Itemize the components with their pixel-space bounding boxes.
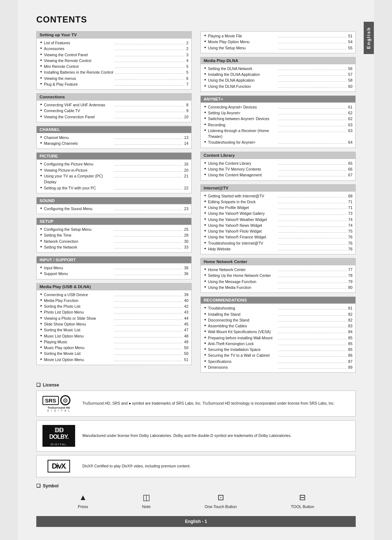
divx-logo: DivX. bbox=[42, 460, 75, 472]
toc-item: Input Menu36 bbox=[41, 265, 188, 271]
toc-item-label: Switching between Anynet+ Devices bbox=[205, 116, 277, 122]
toc-item-label: Getting Started with Internet@TV bbox=[205, 193, 277, 199]
toc-page-number: 78 bbox=[348, 273, 352, 278]
toc-dots bbox=[278, 209, 347, 209]
toc-page-number: 85 bbox=[348, 341, 352, 347]
toc-item-label: Listening through a Receiver (Home Theat… bbox=[205, 128, 277, 140]
toc-item: Using the Media Function80 bbox=[205, 285, 352, 290]
toc-page-number: 25 bbox=[184, 226, 188, 232]
toc-page-number: 13 bbox=[184, 135, 188, 140]
toc-item: Slide Show Option Menu45 bbox=[41, 321, 188, 327]
toc-page-number: 43 bbox=[184, 309, 188, 315]
toc-item-label: Connecting Cable TV bbox=[41, 108, 114, 114]
toc-dots bbox=[278, 244, 347, 245]
toc-item: Preparing before installing Wall-Mount85 bbox=[205, 335, 352, 341]
toc-item-label: Connecting Anynet+ Devices bbox=[205, 104, 277, 110]
toc-item: Viewing the menus6 bbox=[41, 75, 188, 81]
section-body-internet-tv: Getting Started with Internet@TV68Editin… bbox=[201, 192, 355, 254]
toc-page-number: 33 bbox=[184, 244, 188, 250]
toc-item-label: Anti-Theft Kensington Lock bbox=[205, 341, 277, 347]
toc-item: Movie Play Option Menu54 bbox=[205, 39, 352, 45]
toc-dots bbox=[114, 296, 183, 296]
section-body-setting-up: List of Features2Accessories2Viewing the… bbox=[37, 38, 191, 89]
toc-dots bbox=[115, 85, 185, 86]
toc-item: Recording63 bbox=[205, 122, 352, 128]
toc-item-label: Setting the DLNA Network bbox=[205, 66, 277, 71]
toc-item-label: Using your TV as a Computer (PC) Display bbox=[41, 173, 113, 185]
toc-item-label: Using the Yahoo® Finance Widget bbox=[205, 234, 277, 240]
toc-section-picture: PICTUREConfiguring the Picture Menu16Vie… bbox=[36, 152, 192, 193]
toc-item: Setting Up the Home Network Center78 bbox=[205, 273, 352, 278]
toc-item: Connecting VHF and UHF Antennas8 bbox=[41, 102, 188, 108]
toc-item-label: Input Menu bbox=[41, 265, 113, 271]
section-header-sound: SOUND bbox=[37, 197, 191, 204]
toc-item: Viewing a Photo or Slide Show44 bbox=[41, 315, 188, 321]
section-body-picture: Configuring the Picture Menu16Viewing Pi… bbox=[37, 160, 191, 193]
toc-dots bbox=[278, 283, 347, 283]
toc-item-label: Support Menu bbox=[41, 271, 113, 277]
toc-item: Using the Content Management67 bbox=[205, 172, 352, 178]
toc-item-label: Configuring the Picture Menu bbox=[41, 161, 113, 167]
symbol-name: TOOL Button bbox=[291, 504, 314, 509]
toc-dots bbox=[114, 319, 183, 320]
symbol-item: ⊡One-Touch Button bbox=[205, 493, 237, 509]
symbol-icon: ◫ bbox=[142, 493, 151, 502]
toc-item-label: Recording bbox=[205, 122, 277, 128]
toc-dots bbox=[278, 126, 347, 126]
dolby-logo: 𝔻𝔻 DOLBY. DIGITAL bbox=[42, 425, 75, 447]
toc-item-label: Connecting VHF and UHF Antennas bbox=[41, 102, 114, 108]
toc-dots bbox=[114, 210, 183, 210]
toc-dots bbox=[278, 203, 347, 203]
toc-item-label: Installing the Stand bbox=[205, 311, 277, 317]
section-header-media-play: Media Play (USB & DLNA) bbox=[37, 283, 191, 290]
toc-dots bbox=[278, 170, 347, 171]
toc-page-number: 85 bbox=[348, 347, 352, 352]
section-header-recommendations: RECOMMENDATIONS bbox=[201, 297, 355, 304]
toc-page-number: 42 bbox=[184, 303, 188, 309]
toc-item: Using the DLNA Function60 bbox=[205, 83, 352, 89]
toc-item-label: Securing the TV to a Wall or Cabinet bbox=[205, 352, 277, 358]
right-column: Playing a Movie File51Movie Play Option … bbox=[200, 31, 356, 376]
toc-item: Setting the DLNA Network56 bbox=[205, 66, 352, 71]
page: English CONTENTS Setting up Your TVList … bbox=[18, 0, 374, 540]
toc-item: Movie List Option Menu51 bbox=[41, 357, 188, 363]
toc-item: Using the Content Library65 bbox=[205, 160, 352, 166]
divx-license-box: DivX. DivX® Certified to play DivX® vide… bbox=[36, 455, 356, 477]
toc-item: Troubleshooting for internet@TV76 bbox=[205, 240, 352, 246]
toc-item: Help Website76 bbox=[205, 246, 352, 252]
toc-item-label: Installing the DLNA Application bbox=[205, 71, 277, 77]
toc-item-label: Using the Yahoo® Weather Widget bbox=[205, 217, 277, 222]
toc-item: Viewing Picture-in-Picture20 bbox=[41, 167, 188, 173]
toc-page-number: 58 bbox=[348, 77, 352, 83]
toc-page-number: 2 bbox=[186, 46, 188, 52]
toc-section-input-support: INPUT / SUPPORTInput Menu36Support Menu3… bbox=[36, 256, 192, 279]
toc-dots bbox=[114, 171, 183, 172]
toc-item-label: Using the Content Library bbox=[205, 160, 277, 166]
toc-item-label: Securing the Installation Space bbox=[205, 347, 277, 352]
toc-page-number: 9 bbox=[186, 108, 188, 114]
srs-license-box: SRS ⊙ TruSurround HD D I G I T A L TruSu… bbox=[36, 390, 356, 417]
toc-page-number: 62 bbox=[348, 116, 352, 122]
toc-dots bbox=[115, 112, 185, 112]
toc-dots bbox=[115, 50, 185, 50]
toc-item-label: Slide Show Option Menu bbox=[41, 321, 113, 327]
toc-item: Support Menu36 bbox=[41, 271, 188, 277]
toc-dots bbox=[114, 177, 183, 177]
symbol-name: Note bbox=[142, 504, 151, 509]
toc-section-recommendations: RECOMMENDATIONSTroubleshooting81Installi… bbox=[200, 296, 356, 373]
toc-dots bbox=[278, 81, 347, 82]
toc-section-setting-up: Setting up Your TVList of Features2Acces… bbox=[36, 31, 192, 90]
toc-item: Installing Batteries in the Remote Contr… bbox=[41, 69, 188, 75]
toc-item-label: Using the Yahoo® Flickr Widget bbox=[205, 228, 277, 234]
toc-page-number: 86 bbox=[348, 352, 352, 358]
toc-item: Using the DLNA Application58 bbox=[205, 77, 352, 83]
toc-dots bbox=[278, 114, 347, 114]
toc-item: Using the Yahoo® Finance Widget76 bbox=[205, 234, 352, 240]
toc-section-continued: Playing a Movie File51Movie Play Option … bbox=[200, 31, 356, 53]
toc-item-label: Disconnecting the Stand bbox=[205, 317, 277, 323]
section-body-recommendations: Troubleshooting81Installing the Stand82D… bbox=[201, 304, 355, 372]
toc-page-number: 77 bbox=[348, 267, 352, 273]
toc-item: Home Network Center77 bbox=[205, 267, 352, 273]
toc-dots bbox=[115, 56, 185, 56]
toc-item: Setting the Time28 bbox=[41, 232, 188, 238]
